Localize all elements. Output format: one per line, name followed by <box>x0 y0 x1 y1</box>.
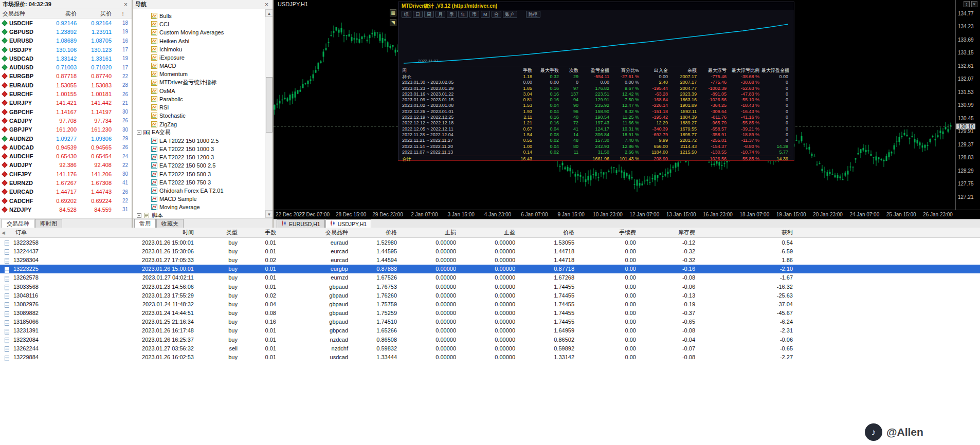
tree-item-ea[interactable]: MACD Sample <box>133 195 273 203</box>
market-watch-row[interactable]: AUDCAD0.945390.9456526 <box>0 143 132 152</box>
market-watch-row[interactable]: NZDJPY84.52884.55931 <box>0 205 132 214</box>
market-watch-row[interactable]: EURAUD1.530551.5308328 <box>0 81 132 89</box>
market-watch-row[interactable]: GBPJPY161.200161.23030 <box>0 125 132 134</box>
tree-group-scripts[interactable]: −脚本 <box>133 212 273 218</box>
market-watch-row[interactable]: EURNZD1.672671.6730841 <box>0 178 132 187</box>
tree-item-indicator[interactable]: MACD <box>133 62 273 70</box>
tree-item-indicator[interactable]: ZigZag <box>133 120 273 128</box>
collapse-corner-icon[interactable]: ◥ <box>390 19 396 26</box>
orders-col-2[interactable]: 类型 <box>198 229 242 236</box>
mtdriver-button-path[interactable]: 路径 <box>526 11 540 18</box>
tree-item-indicator[interactable]: OsMA <box>133 87 273 95</box>
scroll-toggle-icon[interactable]: ↕ <box>964 1 970 7</box>
tab-即时图[interactable]: 即时图 <box>35 219 62 228</box>
tree-group-ea[interactable]: −EA交易 <box>133 128 273 137</box>
order-row-13229884[interactable]: 132298842023.01.26 16:02:53buy0.01usdcad… <box>0 353 980 361</box>
market-watch-row[interactable]: AUDUSD0.710030.7102017 <box>0 63 132 71</box>
tree-item-ea[interactable]: EA T2022 150 1000 2.5 <box>133 137 273 145</box>
orders-col-11[interactable]: 获利 <box>699 229 797 236</box>
col-ask[interactable]: 买价 <box>79 10 114 17</box>
orders-col-6[interactable]: 止损 <box>401 229 460 236</box>
market-watch-row[interactable]: USDCHF0.921460.9216418 <box>0 18 132 27</box>
order-row-13262578[interactable]: 132625782023.01.27 04:02:11buy0.01eurnzd… <box>0 273 980 282</box>
mtdriver-button-季[interactable]: 季 <box>447 11 457 18</box>
market-watch-row[interactable]: AUDCHF0.654300.6545424 <box>0 152 132 160</box>
close-icon[interactable]: × <box>263 2 270 8</box>
order-row-13048116[interactable]: 130481162023.01.23 17:55:29buy0.02gbpaud… <box>0 291 980 300</box>
market-watch-row[interactable]: GBPUSD1.238921.2391119 <box>0 27 132 36</box>
tree-item-indicator[interactable]: Heiken Ashi <box>133 37 273 45</box>
tree-item-indicator[interactable]: Momentum <box>133 70 273 78</box>
tree-item-ea[interactable]: Ghidorah Forex EA T2.01 <box>133 187 273 195</box>
col-symbol[interactable]: 交易品种 <box>0 10 40 17</box>
tree-item-ea[interactable]: EA T2022 150 1200 3 <box>133 153 273 161</box>
market-watch-row[interactable]: EURCHF1.001551.0018126 <box>0 89 132 98</box>
orders-col-8[interactable]: 价格 <box>519 229 578 236</box>
tree-item-indicator[interactable]: MTDriver盈亏统计指标 <box>133 79 273 87</box>
market-watch-row[interactable]: EURCAD1.447171.4474326 <box>0 188 132 196</box>
tree-item-indicator[interactable]: Bulls <box>133 12 273 20</box>
orders-col-3[interactable]: 手数 <box>242 229 280 236</box>
scroll-thumb[interactable] <box>266 77 273 133</box>
tab-USDJPY,H1[interactable]: USDJPY,H1 <box>325 219 371 228</box>
tree-collapse-icon[interactable]: − <box>137 130 141 135</box>
tab-EURUSD,H1[interactable]: EURUSD,H1 <box>277 219 325 228</box>
order-row-13223258[interactable]: 132232582023.01.26 15:00:01buy0.01euraud… <box>0 238 980 247</box>
orders-col-9[interactable]: 手续费 <box>578 229 640 236</box>
market-watch-row[interactable]: CADJPY97.70897.73426 <box>0 116 132 125</box>
col-spread[interactable]: ! <box>114 11 132 17</box>
mtdriver-button-月[interactable]: 月 <box>435 11 445 18</box>
order-row-13185066[interactable]: 131850662023.01.25 21:16:34buy0.16gbpaud… <box>0 318 980 326</box>
market-watch-row[interactable]: AUDJPY92.38692.40822 <box>0 161 132 170</box>
tree-item-ea[interactable]: Moving Average <box>133 203 273 211</box>
order-row-13232084[interactable]: 132320842023.01.26 16:25:37buy0.01nzdcad… <box>0 335 980 344</box>
collapse-panel-icon[interactable]: ◀ <box>2 230 5 235</box>
market-watch-row[interactable]: EURGBP0.877180.8774022 <box>0 72 132 81</box>
tree-item-ea[interactable]: EA T2022 150 500 3 <box>133 170 273 178</box>
time-axis[interactable]: 22 Dec 202227 Dec 07:0028 Dec 15:0029 De… <box>274 210 980 219</box>
market-watch-row[interactable]: GBPCHF1.141671.1419730 <box>0 107 132 116</box>
mtdriver-button-周[interactable]: 周 <box>424 11 434 18</box>
tree-item-indicator[interactable]: Custom Moving Averages <box>133 28 273 36</box>
chart-close-icon[interactable]: × <box>971 1 977 7</box>
close-icon[interactable]: × <box>122 2 129 8</box>
tree-item-indicator[interactable]: Ichimoku <box>133 45 273 53</box>
mtdriver-button-年[interactable]: 年 <box>458 11 468 18</box>
order-row-13298304[interactable]: 132983042023.01.27 17:05:33buy0.02eurcad… <box>0 255 980 264</box>
price-axis[interactable]: 134.77134.23133.69133.15132.61132.07131.… <box>955 0 980 210</box>
market-watch-row[interactable]: AUDNZD1.092771.0930629 <box>0 134 132 143</box>
orders-col-0[interactable]: 订单 <box>0 229 77 236</box>
tree-collapse-icon[interactable]: − <box>137 213 141 218</box>
tab-交易品种[interactable]: 交易品种 <box>2 219 34 228</box>
market-watch-row[interactable]: USDJPY130.106130.12317 <box>0 45 132 54</box>
market-watch-row[interactable]: CADCHF0.692020.6922422 <box>0 196 132 205</box>
mtdriver-button-合[interactable]: 合 <box>492 11 501 18</box>
tree-item-ea[interactable]: EA T2022 150 500 2.5 <box>133 161 273 170</box>
orders-col-7[interactable]: 止盈 <box>460 229 519 236</box>
mtdriver-button-综[interactable]: 综 <box>402 11 411 18</box>
order-row-13082976[interactable]: 130829762023.01.24 11:48:32buy0.04gbpaud… <box>0 300 980 308</box>
grid-icon[interactable]: ▦ <box>390 9 396 16</box>
tree-item-indicator[interactable]: Parabolic <box>133 95 273 103</box>
tree-item-indicator[interactable]: iExposure <box>133 53 273 62</box>
tree-item-indicator[interactable]: CCI <box>133 20 273 28</box>
mtdriver-button-M[interactable]: M <box>481 11 490 18</box>
scroll-down-icon[interactable]: ▼ <box>265 210 273 218</box>
market-watch-row[interactable]: USDCAD1.331421.3316119 <box>0 54 132 63</box>
tab-收藏夹[interactable]: 收藏夹 <box>156 219 184 228</box>
order-row-13224437[interactable]: 132244372023.01.26 15:30:06buy0.01eurcad… <box>0 247 980 255</box>
orders-col-10[interactable]: 库存费 <box>640 229 699 236</box>
order-row-13089882[interactable]: 130898822023.01.24 14:44:51buy0.08gbpaud… <box>0 309 980 318</box>
order-row-13262244[interactable]: 132622442023.01.27 03:56:32sell0.01nzdch… <box>0 344 980 353</box>
market-watch-row[interactable]: CHFJPY141.176141.20630 <box>0 170 132 178</box>
tree-item-ea[interactable]: EA T2022 150 1000 3 <box>133 145 273 153</box>
orders-col-1[interactable]: 时间 <box>77 229 198 236</box>
market-watch-row[interactable]: EURUSD1.086891.0870516 <box>0 36 132 45</box>
order-row-13231391[interactable]: 132313912023.01.26 16:17:48buy0.01gbpcad… <box>0 326 980 335</box>
mtdriver-button-账户[interactable]: 账户 <box>503 11 517 18</box>
mtdriver-button-日[interactable]: 日 <box>413 11 423 18</box>
navigator-scrollbar[interactable]: ▲ ▼ <box>265 9 273 218</box>
orders-col-4[interactable]: 交易品种 <box>280 229 352 236</box>
col-bid[interactable]: 卖价 <box>40 10 79 17</box>
tab-常用[interactable]: 常用 <box>134 219 156 228</box>
